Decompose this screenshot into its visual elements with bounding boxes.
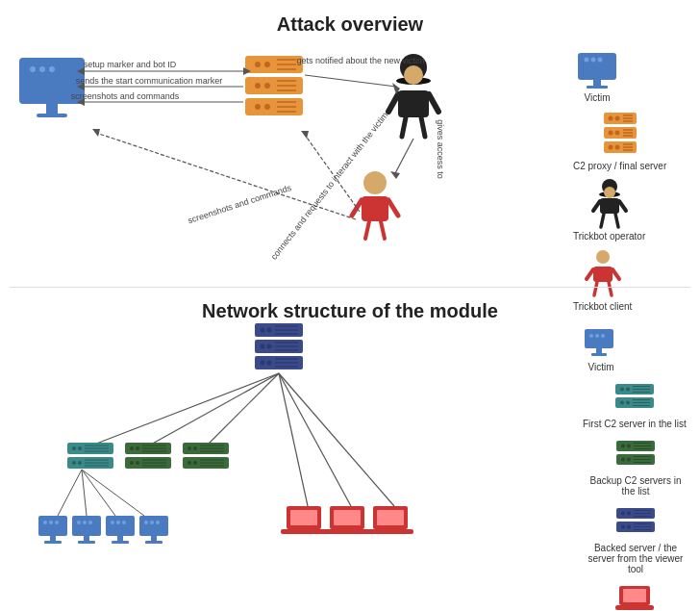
svg-point-87 bbox=[55, 521, 59, 524]
line-teal1-mon2 bbox=[82, 470, 87, 516]
monitor-dot3 bbox=[49, 66, 55, 72]
legend-c2proxy-icon bbox=[596, 109, 644, 159]
svg-point-7 bbox=[608, 116, 612, 121]
svg-point-8 bbox=[614, 116, 619, 121]
svg-rect-2 bbox=[587, 86, 608, 89]
net-legend-backed-server-label: Backed server / the server from the view… bbox=[583, 543, 688, 574]
svg-point-102 bbox=[156, 521, 160, 524]
svg-point-140 bbox=[621, 525, 625, 529]
bottom-monitor-3 bbox=[106, 516, 135, 536]
svg-rect-1 bbox=[593, 80, 601, 86]
svg-point-100 bbox=[144, 521, 148, 524]
network-structure-svg bbox=[0, 296, 606, 604]
monitor-dot1 bbox=[30, 66, 36, 72]
operator-face bbox=[404, 65, 423, 85]
line-teal1-mon3 bbox=[82, 470, 115, 516]
svg-point-69 bbox=[136, 461, 139, 465]
client-arm-left bbox=[352, 200, 362, 216]
red-laptop-2-display bbox=[334, 510, 361, 525]
c2-server-2-dot1 bbox=[255, 83, 261, 89]
svg-rect-33 bbox=[593, 267, 612, 282]
operator-arm-right bbox=[429, 94, 438, 112]
divider bbox=[10, 287, 690, 288]
line-root-to-teal3 bbox=[207, 373, 279, 446]
svg-point-91 bbox=[83, 521, 87, 524]
net-legend-victim-icon bbox=[583, 327, 619, 360]
svg-point-38 bbox=[261, 328, 265, 333]
legend-c2proxy: C2 proxy / final server bbox=[573, 109, 666, 171]
svg-rect-94 bbox=[112, 541, 129, 544]
svg-point-59 bbox=[78, 461, 82, 465]
operator-leg-right bbox=[421, 117, 425, 137]
svg-point-117 bbox=[626, 401, 630, 405]
svg-point-134 bbox=[621, 512, 625, 516]
svg-point-111 bbox=[626, 388, 630, 392]
red-laptop-3-base bbox=[367, 529, 413, 534]
svg-rect-88 bbox=[84, 536, 89, 541]
svg-point-63 bbox=[130, 446, 134, 450]
arrow-gives-access bbox=[394, 139, 413, 175]
net-legend-victim-label: Victim bbox=[588, 362, 613, 372]
svg-point-14 bbox=[614, 131, 619, 136]
client-leg-left bbox=[365, 221, 369, 239]
svg-rect-147 bbox=[623, 589, 646, 602]
red-laptop-1-display bbox=[290, 510, 317, 525]
svg-rect-99 bbox=[145, 541, 162, 544]
svg-line-31 bbox=[615, 214, 618, 227]
arrow-connects-head bbox=[301, 131, 309, 139]
c2-server-3-dot2 bbox=[264, 104, 270, 110]
svg-rect-103 bbox=[585, 329, 613, 348]
net-legend-victim: Victim bbox=[583, 327, 619, 372]
legend-trickbot-op-icon bbox=[590, 177, 629, 229]
client-body bbox=[362, 196, 388, 221]
svg-point-86 bbox=[49, 521, 53, 524]
attack-legend: Victim bbox=[573, 48, 688, 312]
svg-point-4 bbox=[591, 58, 596, 63]
svg-point-53 bbox=[72, 446, 76, 450]
svg-rect-104 bbox=[596, 348, 602, 353]
svg-rect-84 bbox=[44, 541, 62, 544]
client-head bbox=[363, 171, 387, 194]
line-root-to-red1 bbox=[279, 373, 308, 506]
line-root-to-teal2 bbox=[149, 373, 279, 446]
svg-point-92 bbox=[88, 521, 92, 524]
svg-line-35 bbox=[612, 269, 619, 279]
line-teal1-mon1 bbox=[58, 470, 82, 516]
main-container: Attack overview bbox=[0, 0, 700, 611]
svg-line-29 bbox=[619, 201, 626, 211]
arrow-notified bbox=[305, 75, 396, 87]
svg-line-36 bbox=[594, 282, 597, 295]
svg-point-43 bbox=[261, 344, 265, 349]
arrow-gives-access-head bbox=[390, 171, 400, 179]
svg-point-58 bbox=[72, 461, 76, 465]
svg-point-85 bbox=[43, 521, 47, 524]
net-legend-backup-c2-label: Backup C2 servers in the list bbox=[583, 475, 688, 496]
c2-server-1-dot2 bbox=[264, 62, 270, 67]
svg-point-44 bbox=[267, 344, 272, 349]
svg-point-39 bbox=[267, 328, 272, 333]
legend-victim: Victim bbox=[573, 48, 621, 103]
net-legend-trickbot-client-icon bbox=[615, 584, 654, 611]
svg-point-129 bbox=[627, 458, 631, 462]
net-legend-backup-c2-icon bbox=[614, 439, 657, 473]
legend-victim-label: Victim bbox=[584, 92, 610, 103]
svg-point-74 bbox=[193, 446, 197, 450]
svg-point-108 bbox=[601, 334, 605, 338]
svg-point-20 bbox=[614, 145, 619, 150]
svg-point-79 bbox=[193, 461, 197, 465]
client-leg-right bbox=[381, 221, 385, 239]
bottom-monitor-1 bbox=[38, 516, 67, 536]
arrow-screenshots2-head bbox=[92, 129, 100, 137]
attack-overview-svg: setup marker and bot ID sends the start … bbox=[0, 0, 596, 289]
svg-point-95 bbox=[111, 521, 114, 524]
svg-point-68 bbox=[130, 461, 134, 465]
svg-line-30 bbox=[601, 214, 604, 227]
svg-point-73 bbox=[188, 446, 191, 450]
svg-point-3 bbox=[585, 58, 589, 63]
net-legend-backed-server: Backed server / the server from the view… bbox=[583, 506, 688, 574]
line-root-to-red3 bbox=[279, 373, 394, 506]
svg-point-26 bbox=[604, 187, 615, 198]
line-root-to-teal1 bbox=[91, 373, 279, 446]
net-legend-trickbot-client: Trickbot Client / Attacker bbox=[583, 584, 687, 611]
svg-point-116 bbox=[620, 401, 624, 405]
